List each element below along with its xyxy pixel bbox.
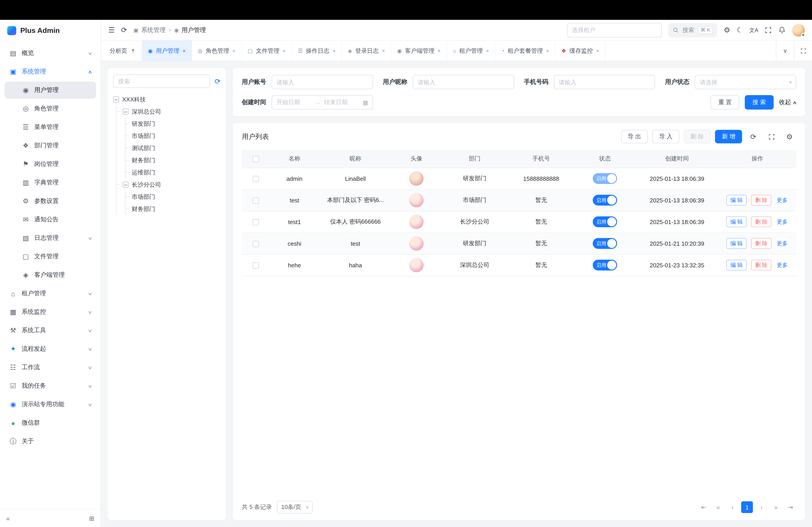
- sidebar-item-wechat-group[interactable]: ● 微信群: [4, 414, 96, 432]
- delete-row-button[interactable]: 删 除: [751, 195, 772, 206]
- tab-user-management[interactable]: ◉ 用户管理 ×: [142, 41, 192, 61]
- close-icon[interactable]: ×: [382, 48, 385, 54]
- last-page-button[interactable]: ⇥: [784, 501, 796, 513]
- tab-analysis[interactable]: 分析页: [104, 41, 142, 61]
- row-checkbox[interactable]: [252, 176, 259, 182]
- row-checkbox[interactable]: [252, 219, 259, 225]
- close-icon[interactable]: ×: [438, 48, 441, 54]
- row-checkbox[interactable]: [252, 262, 259, 269]
- table-row[interactable]: ceshi test 研发部门 暂无 启用 2025-01-21 10:20:3…: [242, 232, 796, 254]
- pin-icon[interactable]: [130, 48, 136, 54]
- sidebar-item-client-management[interactable]: ◈ 客户端管理: [4, 267, 96, 284]
- layout-mode-icon[interactable]: ⊞: [89, 515, 94, 522]
- table-settings-icon[interactable]: ⚙: [783, 132, 796, 141]
- edit-button[interactable]: 编 辑: [726, 260, 747, 270]
- close-icon[interactable]: ×: [282, 48, 286, 54]
- tree-node[interactable]: 市场部门: [131, 130, 221, 142]
- global-search[interactable]: 搜索 ⌘ K: [668, 23, 717, 37]
- prev-pages-button[interactable]: «: [712, 501, 724, 513]
- sidebar-item-notice[interactable]: ✉ 通知公告: [4, 211, 96, 228]
- close-icon[interactable]: ×: [546, 48, 549, 54]
- tabs-fullscreen-icon[interactable]: [794, 41, 812, 61]
- sidebar-item-menu-management[interactable]: ☰ 菜单管理: [4, 119, 96, 136]
- sidebar-item-process-initiation[interactable]: ✦ 流程发起 ∨: [4, 340, 96, 358]
- phone-input[interactable]: [554, 75, 655, 89]
- sidebar-item-my-tasks[interactable]: ☑ 我的任务 ∨: [4, 377, 96, 394]
- sidebar-item-user-management[interactable]: ◉ 用户管理: [4, 81, 96, 99]
- tab-client-management[interactable]: ◉ 客户端管理 ×: [391, 41, 447, 61]
- delete-row-button[interactable]: 删 除: [751, 260, 772, 270]
- bell-icon[interactable]: [778, 26, 786, 34]
- sidebar-item-post-management[interactable]: ⚑ 岗位管理: [4, 155, 96, 173]
- translate-icon[interactable]: 文A: [749, 27, 758, 33]
- close-icon[interactable]: ×: [332, 48, 336, 54]
- delete-button[interactable]: 删 除: [684, 130, 711, 144]
- reset-button[interactable]: 重 置: [711, 95, 739, 109]
- prev-page-button[interactable]: ‹: [727, 501, 738, 513]
- page-number-current[interactable]: 1: [741, 501, 753, 513]
- tree-node[interactable]: 测试部门: [131, 142, 221, 154]
- hamburger-icon[interactable]: ☰: [108, 26, 115, 34]
- tree-node[interactable]: 市场部门: [131, 191, 221, 203]
- close-icon[interactable]: ×: [232, 48, 235, 54]
- sidebar-item-log-management[interactable]: ▧ 日志管理 ∨: [4, 229, 96, 246]
- sidebar-item-system-management[interactable]: ▣ 系统管理 ∧: [4, 63, 96, 80]
- sidebar-item-file-management[interactable]: ▢ 文件管理: [4, 248, 96, 265]
- close-icon[interactable]: ×: [596, 48, 599, 54]
- sidebar-item-parameter-settings[interactable]: ⚙ 参数设置: [4, 193, 96, 210]
- tree-node[interactable]: 运维部门: [131, 166, 221, 179]
- status-toggle[interactable]: 启用: [593, 238, 617, 249]
- close-icon[interactable]: ×: [183, 48, 186, 54]
- status-toggle[interactable]: 启用: [593, 195, 617, 206]
- delete-row-button[interactable]: 删 除: [751, 238, 772, 249]
- tree-node[interactable]: 财务部门: [131, 154, 221, 166]
- sidebar-item-dictionary-management[interactable]: ▥ 字典管理: [4, 174, 96, 191]
- tree-collapse-icon[interactable]: [113, 96, 119, 102]
- edit-button[interactable]: 编 辑: [726, 216, 747, 227]
- edit-button[interactable]: 编 辑: [726, 195, 747, 206]
- sidebar-item-workflow[interactable]: ☷ 工作流 ∨: [4, 359, 96, 376]
- tab-login-log[interactable]: ◈ 登录日志 ×: [342, 41, 391, 61]
- moon-icon[interactable]: ☾: [737, 26, 743, 34]
- sidebar-item-system-monitor[interactable]: ▦ 系统监控 ∨: [4, 303, 96, 320]
- search-button[interactable]: 搜 索: [745, 95, 773, 109]
- status-toggle[interactable]: 启用: [593, 173, 617, 184]
- page-size-select[interactable]: 10条/页 ∨: [277, 501, 313, 513]
- next-page-button[interactable]: ›: [756, 501, 767, 513]
- account-input[interactable]: [272, 75, 373, 89]
- breadcrumb-item[interactable]: 系统管理: [141, 26, 165, 34]
- tree-collapse-icon[interactable]: [123, 109, 129, 115]
- table-fullscreen-icon[interactable]: [765, 133, 778, 140]
- sidebar-item-role-management[interactable]: ◎ 角色管理: [4, 100, 96, 117]
- edit-button[interactable]: 编 辑: [726, 238, 747, 249]
- refresh-icon[interactable]: ⟳: [121, 26, 127, 34]
- tree-node[interactable]: 财务部门: [131, 203, 221, 215]
- status-toggle[interactable]: 启用: [593, 260, 617, 270]
- row-checkbox[interactable]: [252, 241, 259, 247]
- tab-cache-monitor[interactable]: ❖ 缓存监控 ×: [555, 41, 606, 61]
- first-page-button[interactable]: ⇤: [698, 501, 710, 513]
- import-button[interactable]: 导 入: [652, 130, 679, 144]
- table-row[interactable]: hehe haha 深圳总公司 暂无 启用 2025-01-23 13:32:3…: [242, 254, 796, 276]
- more-button[interactable]: 更多: [776, 195, 788, 206]
- add-button[interactable]: 新 增: [715, 130, 742, 144]
- tab-file-management[interactable]: ▢ 文件管理 ×: [242, 41, 292, 61]
- tab-operation-log[interactable]: ☰ 操作日志 ×: [292, 41, 342, 61]
- more-button[interactable]: 更多: [776, 238, 788, 249]
- tree-collapse-icon[interactable]: [123, 182, 129, 187]
- tab-tenant-management[interactable]: ⌂ 租户管理 ×: [447, 41, 495, 61]
- nickname-input[interactable]: [413, 75, 514, 89]
- sidebar-collapse-icon[interactable]: «: [6, 515, 10, 522]
- table-row[interactable]: admin LinaBell 研发部门 15888888888 启用 2025-…: [242, 168, 796, 189]
- tenant-select-input[interactable]: [567, 23, 662, 37]
- tab-tenant-plan-management[interactable]: ◔ 租户套餐管理 ×: [495, 41, 555, 61]
- tree-node-root[interactable]: XXX科技: [113, 93, 221, 105]
- tree-refresh-icon[interactable]: ⟳: [215, 77, 221, 86]
- more-button[interactable]: 更多: [776, 216, 788, 227]
- user-avatar[interactable]: [792, 24, 805, 36]
- tree-node[interactable]: 长沙分公司: [122, 179, 221, 191]
- date-range-picker[interactable]: 开始日期 → 结束日期 ▦: [272, 95, 373, 109]
- fullscreen-icon[interactable]: [765, 26, 772, 34]
- table-row[interactable]: test1 仅本人 密码666666 长沙分公司 暂无 启用 2025-01-1…: [242, 211, 796, 232]
- table-row[interactable]: test 本部门及以下 密码6... 市场部门 暂无 启用 2025-01-13…: [242, 189, 796, 211]
